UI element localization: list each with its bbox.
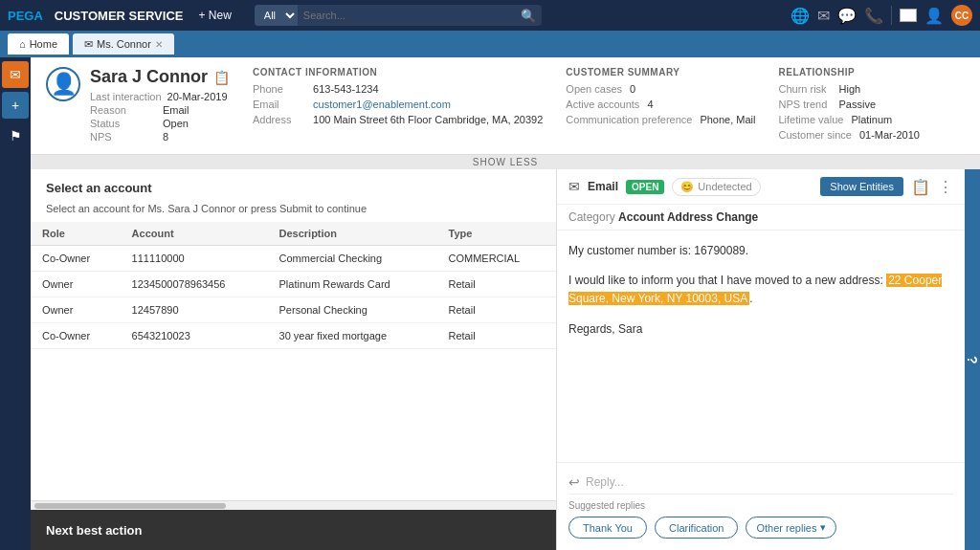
sidebar-email-icon[interactable]: ✉ <box>2 61 29 88</box>
table-row[interactable]: Co-Owner654321002330 year fixed mortgage… <box>31 323 556 349</box>
customer-since-label: Customer since <box>779 129 852 141</box>
sub-nav: ⌂ Home ✉ Ms. Connor ✕ <box>0 31 980 57</box>
table-scroll-bar[interactable] <box>31 500 556 510</box>
email-header: ✉ Email OPEN 😊 Undetected Show Entities … <box>557 169 965 205</box>
top-nav: PEGA CUSTOMER SERVICE + New All 🔍 🌐 ✉ 💬 … <box>0 0 980 31</box>
customer-tab[interactable]: ✉ Ms. Connor ✕ <box>73 33 174 55</box>
phone-icon[interactable]: 📞 <box>864 7 883 25</box>
email-category-bar: Category Account Address Change <box>557 205 965 231</box>
pega-logo: PEGA <box>8 9 43 23</box>
reply-other-label: Other replies <box>756 522 816 534</box>
col-type: Type <box>437 222 557 246</box>
copy-icon[interactable]: 📋 <box>911 178 930 196</box>
cell-role: Owner <box>31 272 121 297</box>
globe-icon[interactable]: 🌐 <box>791 7 810 25</box>
home-icon: ⌂ <box>19 38 26 50</box>
chat-icon[interactable]: 💬 <box>837 7 857 25</box>
last-interaction-value: 20-Mar-2019 <box>167 91 228 102</box>
show-entities-button[interactable]: Show Entities <box>820 177 903 196</box>
left-pane: Select an account Select an account for … <box>31 169 557 550</box>
reply-input-row: ↩ Reply... <box>568 471 953 495</box>
split-pane: Select an account Select an account for … <box>31 169 980 550</box>
churn-risk-value: High <box>839 83 861 95</box>
relationship-section: RELATIONSHIP Churn risk High NPS trend P… <box>779 67 923 144</box>
col-description: Description <box>268 222 437 246</box>
cell-account: 12457890 <box>121 297 268 323</box>
relationship-title: RELATIONSHIP <box>779 67 923 77</box>
last-interaction-label: Last interaction <box>90 91 162 102</box>
screen-icon <box>900 9 917 22</box>
email-line2: I would like to inform you that I have m… <box>568 272 953 308</box>
account-table: Role Account Description Type Co-Owner11… <box>31 222 556 349</box>
help-button[interactable]: ? <box>965 356 980 364</box>
sidebar-flag-icon[interactable]: ⚑ <box>2 122 29 149</box>
cell-type: Retail <box>437 297 557 323</box>
open-cases-value: 0 <box>630 83 635 95</box>
email-body-text: I would like to inform you that I have m… <box>568 274 886 287</box>
nps-trend-label: NPS trend <box>779 99 832 110</box>
category-label: Category <box>568 210 615 224</box>
email-line1: My customer number is: 16790089. <box>568 242 953 260</box>
lifetime-value-value: Platinum <box>851 114 892 125</box>
undetected-icon: 😊 <box>680 181 694 193</box>
email-regards: Regards, Sara <box>568 320 953 339</box>
home-tab[interactable]: ⌂ Home <box>8 33 69 55</box>
reply-clarification[interactable]: Clarification <box>655 517 738 539</box>
comm-pref-label: Communication preference <box>566 114 692 125</box>
cell-type: Retail <box>437 272 557 297</box>
col-account: Account <box>121 222 268 246</box>
cell-type: Retail <box>437 323 557 349</box>
reply-other[interactable]: Other replies ▾ <box>746 517 836 539</box>
customer-tab-close[interactable]: ✕ <box>155 39 163 50</box>
open-cases-label: Open cases <box>566 83 622 95</box>
nps-value: 8 <box>163 131 168 143</box>
cell-description: 30 year fixed mortgage <box>268 323 437 349</box>
search-input[interactable] <box>298 7 515 24</box>
content-area: 👤 Sara J Connor 📋 Last interaction 20-Ma… <box>31 57 980 550</box>
nps-label: NPS <box>90 131 157 143</box>
contact-info-section: CONTACT INFORMATION Phone 613-543-1234 E… <box>253 67 543 144</box>
sidebar-add-icon[interactable]: + <box>2 92 29 119</box>
reason-value: Email <box>163 104 189 116</box>
search-filter[interactable]: All <box>255 5 298 26</box>
customer-summary-title: CUSTOMER SUMMARY <box>566 67 755 77</box>
reply-placeholder[interactable]: Reply... <box>586 475 953 489</box>
email-body-end: . <box>749 292 752 305</box>
lifetime-value-label: Lifetime value <box>779 114 844 125</box>
cell-role: Owner <box>31 297 121 323</box>
customer-identity: 👤 Sara J Connor 📋 Last interaction 20-Ma… <box>46 67 230 144</box>
address-label: Address <box>253 114 305 125</box>
left-sidebar: ✉ + ⚑ <box>0 57 31 550</box>
email-body: My customer number is: 16790089. I would… <box>557 231 965 462</box>
more-options-icon[interactable]: ⋮ <box>938 178 953 196</box>
search-icon: 🔍 <box>515 9 542 23</box>
user-avatar[interactable]: CC <box>951 5 972 26</box>
suggested-label: Suggested replies <box>568 500 953 511</box>
help-panel: ? <box>965 169 980 550</box>
customer-summary-section: CUSTOMER SUMMARY Open cases 0 Active acc… <box>566 67 755 144</box>
new-button[interactable]: + New <box>190 7 238 24</box>
mail-icon[interactable]: ✉ <box>817 7 830 25</box>
user-icon[interactable]: 👤 <box>924 7 944 25</box>
comm-pref-value: Phone, Mail <box>700 114 755 125</box>
cell-description: Platinum Rewards Card <box>268 272 437 297</box>
phone-label: Phone <box>253 83 305 95</box>
status-label: Status <box>90 118 157 129</box>
cell-description: Personal Checking <box>268 297 437 323</box>
reply-thank-you[interactable]: Thank You <box>568 517 647 539</box>
table-row[interactable]: Owner12457890Personal CheckingRetail <box>31 297 556 323</box>
phone-value: 613-543-1234 <box>313 83 379 95</box>
edit-icon[interactable]: 📋 <box>213 70 230 85</box>
active-accounts-value: 4 <box>647 99 653 110</box>
table-row[interactable]: Owner1234500078963456Platinum Rewards Ca… <box>31 272 556 297</box>
customer-name: Sara J Connor <box>90 67 208 87</box>
customer-header: 👤 Sara J Connor 📋 Last interaction 20-Ma… <box>31 57 980 155</box>
show-less-bar[interactable]: SHOW LESS <box>31 155 980 169</box>
nps-trend-value: Passive <box>839 99 877 110</box>
email-tab-icon: ✉ <box>84 38 93 51</box>
home-tab-label: Home <box>30 38 57 50</box>
email-link[interactable]: customer1@enablement.com <box>313 99 451 110</box>
next-best-action: Next best action <box>31 510 556 550</box>
customer-tab-label: Ms. Connor <box>97 38 151 50</box>
table-row[interactable]: Co-Owner111110000Commercial CheckingCOMM… <box>31 246 556 272</box>
